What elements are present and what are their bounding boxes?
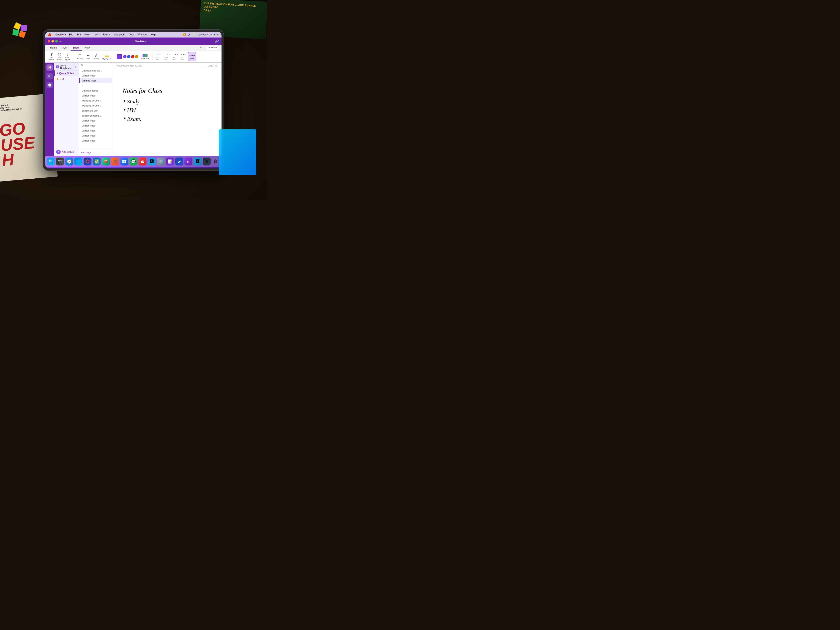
dock-edge[interactable]: 🌐 [74, 157, 82, 166]
undo-button[interactable]: ↩ [59, 39, 62, 43]
page-item-14[interactable]: Untitled Page [79, 138, 112, 143]
eraser-button[interactable]: ◻ Eraser [76, 52, 84, 61]
tab-view[interactable]: View [82, 45, 92, 51]
dock-messages[interactable]: 💬 [129, 157, 137, 166]
more-options-button[interactable]: ··· [63, 39, 66, 43]
format-menu[interactable]: Format [103, 33, 111, 36]
color-size-group: Ink Color [117, 53, 153, 60]
dock-calendar[interactable]: 📅 [138, 157, 147, 166]
pages-sort-icon[interactable]: ⇅ [81, 64, 83, 67]
dock-word[interactable]: W [175, 157, 183, 166]
ribbon-tabs: Home Insert Draw View ↻ ↗ [45, 45, 221, 51]
edit-menu[interactable]: Edit [76, 33, 81, 36]
share-icon: ↗ [208, 46, 210, 49]
stroke-0-7mm[interactable]: 0.7 mm [180, 52, 188, 61]
dock-finder[interactable]: 🔍 [47, 157, 55, 166]
window-menu[interactable]: Window [138, 33, 147, 36]
tools-menu[interactable]: Tools [129, 33, 135, 36]
section-item-quick-notes[interactable]: Quick Notes [54, 70, 79, 76]
help-menu[interactable]: Help [150, 33, 156, 36]
stroke-0-25mm[interactable]: 0.25 mm [155, 52, 163, 61]
color-blue[interactable] [127, 55, 131, 58]
page-item-2[interactable]: Untitled Page [79, 78, 112, 83]
dock-todo[interactable]: ✅ [93, 157, 101, 166]
dock-translate[interactable]: 🅰 [193, 157, 202, 166]
dock-remote[interactable]: 🖥 [202, 157, 211, 166]
view-menu[interactable]: View [84, 33, 90, 36]
dock-onenote[interactable]: N [184, 157, 193, 166]
lasso-select-button[interactable]: ⬡ LassoSelect [56, 52, 63, 61]
stroke-0-35mm[interactable]: 0.35 mm [163, 52, 171, 61]
color-red[interactable] [131, 55, 134, 58]
stroke-size-label-0: 0.25 mm [156, 57, 161, 60]
tab-insert[interactable]: Insert [59, 45, 71, 51]
ribbon-content: 𝑻 TextMode ⬡ LassoSelect ↕ InsertSpace [45, 51, 221, 63]
insert-menu[interactable]: Insert [93, 33, 99, 36]
section-label-test: Test [59, 78, 64, 81]
note-time: 12:32 PM [208, 65, 217, 67]
notebook-icon[interactable]: N [46, 65, 53, 71]
page-item-10[interactable]: Untitled Page [79, 118, 112, 123]
page-item-0[interactable]: OneNote: one pla… [79, 68, 112, 73]
app-name-menu[interactable]: OneNote [55, 33, 66, 36]
apple-menu[interactable]: 🍎 [48, 33, 51, 36]
add-page-link[interactable]: Add page [81, 151, 91, 154]
note-content[interactable]: Notes for Class Study HW Exam. [112, 68, 221, 156]
tab-draw[interactable]: Draw [71, 45, 82, 51]
pen-button[interactable]: ✒ Pen [84, 52, 92, 61]
dock-teams[interactable]: 📝 [166, 157, 174, 166]
dock: 🔍 📷 🧭 🌐 ⭕ ✅ 📦 🎵 📧 [45, 156, 221, 167]
pages-panel: ⇅ OneNote: one pla… Untitled Page Untitl… [79, 63, 112, 156]
notebook-expand-icon[interactable]: ▼ [74, 66, 77, 68]
page-item-6[interactable]: Welcome to One… [79, 98, 112, 103]
section-dot-test [57, 78, 58, 80]
close-window-button[interactable] [48, 40, 50, 43]
dock-photos[interactable]: 📷 [56, 157, 64, 166]
share-button[interactable]: ↗ Share [206, 45, 219, 50]
cup [6, 17, 33, 44]
color-purple[interactable] [123, 55, 126, 58]
page-item-11[interactable]: Untitled Page [79, 123, 112, 128]
lasso-icon: ⬡ [58, 52, 61, 56]
dock-system[interactable]: 📦 [102, 157, 110, 166]
highlighter-button[interactable]: ▬ Highlighter [101, 52, 112, 61]
pages-header: ⇅ [79, 63, 112, 68]
page-item-9[interactable]: Sample shopping… [79, 113, 112, 118]
page-item-5[interactable]: Untitled Page [79, 93, 112, 98]
file-menu[interactable]: File [69, 33, 73, 36]
page-item-12[interactable]: Untitled Page [79, 128, 112, 133]
insert-space-button[interactable]: ↕ InsertSpace [64, 52, 72, 61]
active-color-swatch[interactable] [117, 54, 122, 59]
page-item-3[interactable]: \ [79, 83, 112, 88]
dock-appstore[interactable]: 🅰 [148, 157, 156, 166]
section-item-test[interactable]: Test [54, 76, 79, 82]
page-item-13[interactable]: Untitled Page [79, 133, 112, 138]
minimize-window-button[interactable] [52, 40, 54, 43]
text-mode-button[interactable]: 𝑻 TextMode [48, 52, 55, 61]
dock-onenote-tasks[interactable]: ⭕ [83, 157, 92, 166]
stroke-0-5mm[interactable]: 0.5 mm [172, 52, 179, 61]
notebook-sync-button[interactable]: ↻ [198, 44, 204, 51]
dock-mail[interactable]: 📧 [120, 157, 128, 166]
color-yellow[interactable] [135, 55, 138, 58]
page-item-7[interactable]: Welcome to One… [79, 103, 112, 108]
stroke-1mm[interactable]: 1 mm [188, 52, 196, 61]
dock-prefs[interactable]: ⚙️ [157, 157, 165, 166]
dock-music[interactable]: 🎵 [111, 157, 119, 166]
maximize-window-button[interactable] [55, 40, 58, 43]
tab-home[interactable]: Home [48, 45, 59, 51]
page-item-8[interactable]: Sample trip plan [79, 108, 112, 113]
page-item-4[interactable]: OneNote Basics [79, 88, 112, 93]
search-button[interactable]: 🔍 [46, 73, 53, 79]
notebooks-menu[interactable]: Notebooks [114, 33, 126, 36]
wifi-icon: 📶 [183, 33, 186, 36]
ink-color-button[interactable]: Ink Color [140, 53, 150, 60]
stroke-size-label-3: 0.7 mm [181, 57, 186, 60]
ribbon: Home Insert Draw View ↻ ↗ [45, 45, 221, 63]
recent-button[interactable]: 🕐 [46, 82, 53, 88]
marker-button[interactable]: 🖊 Marker [92, 52, 101, 61]
note-area[interactable]: Wednesday, April 6, 2022 12:32 PM Notes … [112, 63, 221, 156]
add-section-link[interactable]: Add section [62, 151, 77, 153]
page-item-1[interactable]: Untitled Page [79, 73, 112, 78]
dock-safari[interactable]: 🧭 [65, 157, 73, 166]
